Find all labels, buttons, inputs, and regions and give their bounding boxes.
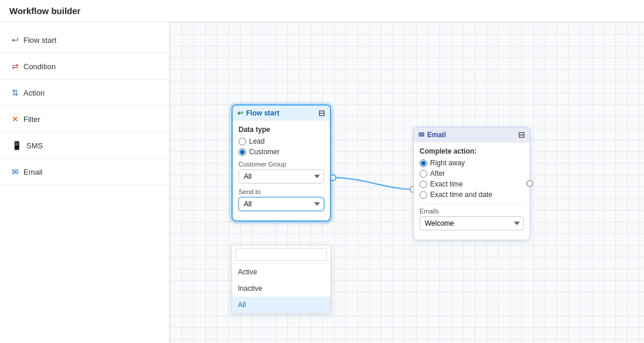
divider — [420, 203, 524, 204]
dropdown-item-all[interactable]: All — [232, 297, 330, 313]
radio-lead[interactable]: Lead — [238, 137, 324, 145]
customer-group-label: Customer Group — [238, 161, 324, 168]
flow-start-icon: ↩ — [12, 35, 19, 45]
sidebar-label-flow-start: Flow start — [23, 36, 56, 45]
sms-icon: 📱 — [12, 141, 22, 150]
data-type-radio-group: Lead Customer — [238, 137, 324, 156]
radio-exact-time-date[interactable]: Exact time and date — [420, 191, 524, 199]
sidebar-item-email[interactable]: ✉ Email — [0, 159, 169, 185]
sidebar-item-condition[interactable]: ⇄ Condition — [0, 53, 169, 80]
complete-action-radio-group: Right away After Exact time Exact time a… — [420, 159, 524, 199]
flow-start-node-header: ↩ Flow start ⊟ — [233, 106, 330, 121]
email-node-header: ✉ Email ⊟ — [414, 127, 530, 142]
radio-exact-time-date-input[interactable] — [420, 191, 427, 199]
email-node-body: Complete action: Right away After Exact … — [414, 142, 530, 240]
sidebar: ↩ Flow start ⇄ Condition ⇅ Action ✕ Filt… — [0, 22, 170, 343]
dropdown-item-active[interactable]: Active — [232, 264, 330, 280]
emails-label: Emails — [420, 208, 524, 215]
radio-lead-input[interactable] — [238, 138, 246, 145]
email-node-title: Email — [427, 131, 446, 139]
radio-after[interactable]: After — [420, 169, 524, 178]
radio-exact-time-input[interactable] — [420, 181, 427, 188]
action-icon: ⇅ — [12, 88, 19, 97]
dropdown-item-inactive[interactable]: Inactive — [232, 280, 330, 297]
sidebar-label-sms: SMS — [26, 141, 43, 150]
dropdown-search-area — [232, 246, 330, 264]
send-to-select-group: Send to All — [238, 188, 324, 211]
app-title: Workflow builder — [9, 6, 80, 16]
sidebar-item-filter[interactable]: ✕ Filter — [0, 106, 169, 133]
sidebar-label-filter: Filter — [23, 115, 40, 124]
radio-lead-label: Lead — [249, 137, 265, 145]
sidebar-item-action[interactable]: ⇅ Action — [0, 80, 169, 106]
radio-right-away-label: Right away — [430, 159, 465, 167]
flow-start-node: ↩ Flow start ⊟ Data type Lead Customer — [231, 104, 331, 222]
send-to-select[interactable]: All — [238, 197, 324, 211]
customer-group-select[interactable]: All — [238, 169, 324, 184]
sidebar-item-flow-start[interactable]: ↩ Flow start — [0, 27, 169, 53]
canvas: ↩ Flow start ⊟ Data type Lead Customer — [170, 22, 644, 343]
radio-exact-time-date-label: Exact time and date — [430, 191, 492, 199]
radio-after-label: After — [430, 169, 445, 178]
radio-customer[interactable]: Customer — [238, 148, 324, 156]
sidebar-label-action: Action — [23, 89, 45, 97]
radio-customer-input[interactable] — [238, 148, 246, 156]
email-minimize-button[interactable]: ⊟ — [518, 131, 525, 139]
radio-exact-time[interactable]: Exact time — [420, 180, 524, 188]
email-icon: ✉ — [12, 167, 19, 176]
radio-right-away[interactable]: Right away — [420, 159, 524, 167]
app-header: Workflow builder — [0, 0, 644, 22]
condition-icon: ⇄ — [12, 62, 19, 71]
radio-exact-time-label: Exact time — [430, 180, 463, 188]
emails-select[interactable]: Welcome — [420, 216, 524, 230]
flow-start-node-title: Flow start — [246, 109, 280, 117]
complete-action-label: Complete action: — [420, 147, 524, 155]
data-type-label: Data type — [238, 125, 324, 134]
dropdown-search-input[interactable] — [236, 248, 327, 261]
flow-start-node-body: Data type Lead Customer Customer Group A… — [233, 121, 330, 220]
customer-group-select-group: Customer Group All — [238, 161, 324, 184]
radio-customer-label: Customer — [249, 148, 280, 156]
flow-start-minimize-button[interactable]: ⊟ — [318, 109, 325, 117]
sidebar-label-condition: Condition — [23, 62, 56, 71]
emails-select-group: Emails Welcome — [420, 208, 524, 230]
sidebar-item-sms[interactable]: 📱 SMS — [0, 133, 169, 159]
email-node-connector — [526, 180, 533, 187]
radio-after-input[interactable] — [420, 170, 427, 178]
sidebar-label-email: Email — [23, 168, 43, 176]
email-node: ✉ Email ⊟ Complete action: Right away Af… — [413, 127, 530, 240]
filter-icon: ✕ — [12, 114, 19, 124]
email-node-icon: ✉ — [418, 131, 424, 139]
radio-right-away-input[interactable] — [420, 159, 427, 167]
send-to-label: Send to — [238, 188, 324, 195]
flow-start-node-icon: ↩ — [237, 109, 243, 117]
send-to-dropdown: Active Inactive All — [231, 245, 331, 314]
